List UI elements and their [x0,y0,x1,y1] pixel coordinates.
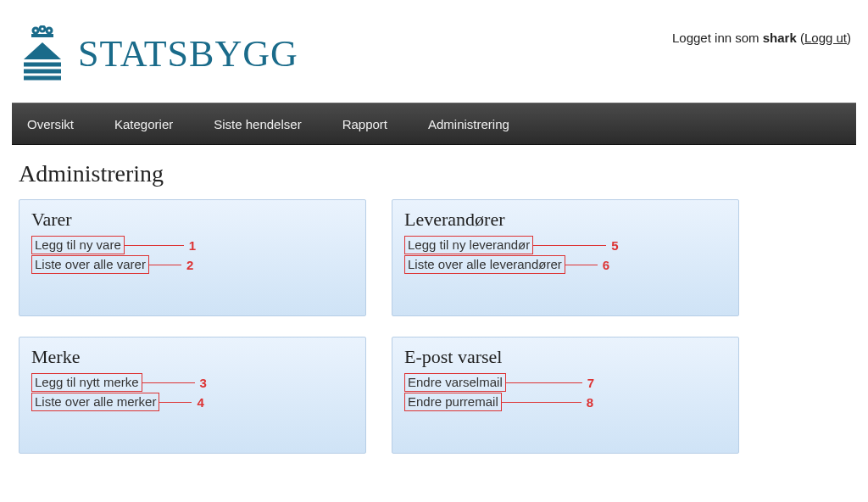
panel-title: Varer [31,209,353,231]
link-liste-over-alle-leverandorer[interactable]: Liste over alle leverandører [404,255,565,274]
link-row: Liste over alle varer 2 [31,255,353,274]
nav-administrering[interactable]: Administrering [428,117,509,131]
svg-point-2 [47,28,52,33]
panel-leverandorer: Leverandører Legg til ny leverandør 5 Li… [392,199,739,316]
brand-logo: STATSBYGG [17,25,298,81]
annotation-line [506,382,582,383]
logout-link[interactable]: Logg ut [804,31,847,45]
page-body: Administrering Varer Legg til ny vare 1 … [0,145,868,469]
annotation-line [142,382,195,383]
nav-kategorier[interactable]: Kategorier [114,117,173,131]
page-title: Administrering [19,160,849,187]
header: STATSBYGG Logget inn som shark (Logg ut) [0,0,868,94]
nav-oversikt[interactable]: Oversikt [27,117,74,131]
brand-name: STATSBYGG [78,32,298,75]
panel-merke: Merke Legg til nytt merke 3 Liste over a… [19,337,366,454]
username: shark [763,31,797,45]
annotation-number: 8 [587,395,593,410]
panel-epost-varsel: E-post varsel Endre varselmail 7 Endre p… [392,337,739,454]
panel-title: Leverandører [404,209,726,231]
annotation-line [565,265,598,265]
admin-panels: Varer Legg til ny vare 1 Liste over alle… [19,199,849,454]
link-row: Endre varselmail 7 [404,373,726,392]
annotation-number: 6 [603,258,609,272]
annotation-number: 7 [587,376,594,390]
svg-point-0 [33,28,38,33]
link-row: Liste over alle merker 4 [31,393,353,411]
link-legg-til-ny-vare[interactable]: Legg til ny vare [31,236,125,254]
login-status: Logget inn som shark (Logg ut) [672,25,851,45]
link-endre-purremail[interactable]: Endre purremail [404,393,502,411]
annotation-line [149,265,181,265]
link-row: Legg til ny vare 1 [31,236,353,254]
annotation-line [533,245,606,246]
link-legg-til-ny-leverandor[interactable]: Legg til ny leverandør [404,236,533,254]
annotation-number: 2 [186,258,193,272]
annotation-number: 1 [189,238,196,253]
svg-point-1 [40,26,45,31]
link-row: Endre purremail 8 [404,393,726,411]
panel-varer: Varer Legg til ny vare 1 Liste over alle… [19,199,366,316]
main-nav: Oversikt Kategorier Siste hendelser Rapp… [12,103,856,145]
link-liste-over-alle-merker[interactable]: Liste over alle merker [31,393,159,411]
panel-title: E-post varsel [404,346,726,368]
annotation-line [159,402,192,403]
nav-siste-hendelser[interactable]: Siste hendelser [214,117,301,131]
annotation-number: 4 [197,395,203,410]
link-row: Legg til ny leverandør 5 [404,236,726,254]
link-legg-til-nytt-merke[interactable]: Legg til nytt merke [31,373,142,392]
link-endre-varselmail[interactable]: Endre varselmail [404,373,506,392]
login-prefix: Logget inn som [672,31,763,45]
link-row: Legg til nytt merke 3 [31,373,353,392]
statsbygg-logo-icon [17,25,68,81]
nav-rapport[interactable]: Rapport [342,117,387,131]
panel-title: Merke [31,346,353,368]
annotation-line [502,402,581,403]
annotation-number: 3 [200,376,207,390]
annotation-line [125,245,184,246]
link-row: Liste over alle leverandører 6 [404,255,726,274]
annotation-number: 5 [611,238,618,253]
link-liste-over-alle-varer[interactable]: Liste over alle varer [31,255,149,274]
